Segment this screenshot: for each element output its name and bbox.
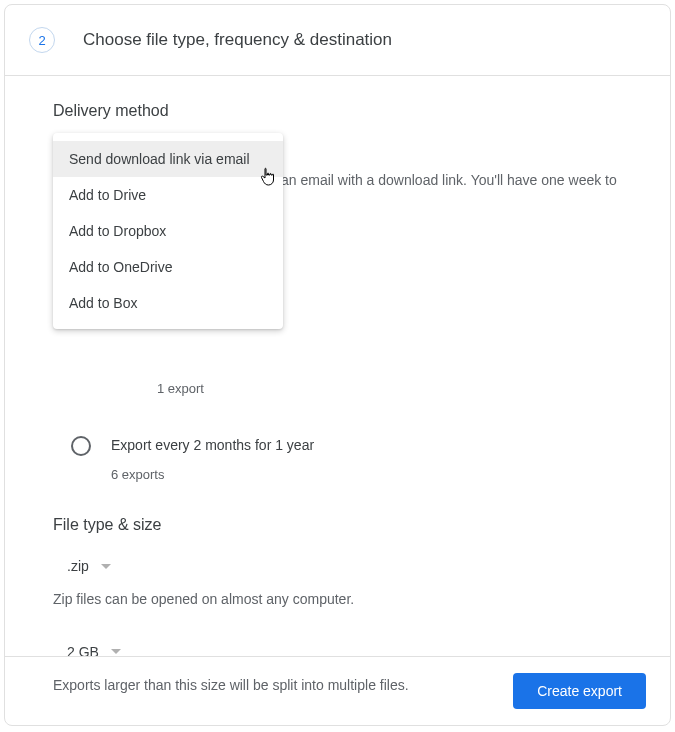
create-export-button[interactable]: Create export <box>513 673 646 709</box>
delivery-method-title: Delivery method <box>53 102 622 120</box>
dropdown-item-onedrive[interactable]: Add to OneDrive <box>53 249 283 285</box>
step-title: Choose file type, frequency & destinatio… <box>83 30 392 50</box>
delivery-method-dropdown[interactable]: Send download link via email Add to Driv… <box>53 133 283 329</box>
file-type-size-title: File type & size <box>53 516 622 534</box>
frequency-option-2[interactable]: Export every 2 months for 1 year 6 expor… <box>71 436 622 482</box>
step-number-text: 2 <box>38 33 45 48</box>
chevron-down-icon <box>111 649 121 654</box>
file-type-value: .zip <box>67 558 89 574</box>
dropdown-item-drive[interactable]: Add to Drive <box>53 177 283 213</box>
export-step-card: 2 Choose file type, frequency & destinat… <box>4 4 671 726</box>
dropdown-item-email[interactable]: Send download link via email <box>53 141 283 177</box>
dropdown-item-dropbox[interactable]: Add to Dropbox <box>53 213 283 249</box>
file-type-helper: Zip files can be opened on almost any co… <box>53 590 622 610</box>
step-number-badge: 2 <box>29 27 55 53</box>
frequency-option-2-label: Export every 2 months for 1 year <box>111 437 314 453</box>
file-type-selector[interactable]: .zip <box>67 558 622 574</box>
chevron-down-icon <box>101 564 111 569</box>
dropdown-item-box[interactable]: Add to Box <box>53 285 283 321</box>
step-header: 2 Choose file type, frequency & destinat… <box>5 5 670 76</box>
frequency-option-2-sub: 6 exports <box>111 467 314 482</box>
delivery-description: an email with a download link. You'll ha… <box>281 170 622 191</box>
radio-unselected-icon[interactable] <box>71 436 91 456</box>
card-footer: Create export <box>5 656 670 725</box>
frequency-option-1-sub: 1 export <box>157 381 622 396</box>
